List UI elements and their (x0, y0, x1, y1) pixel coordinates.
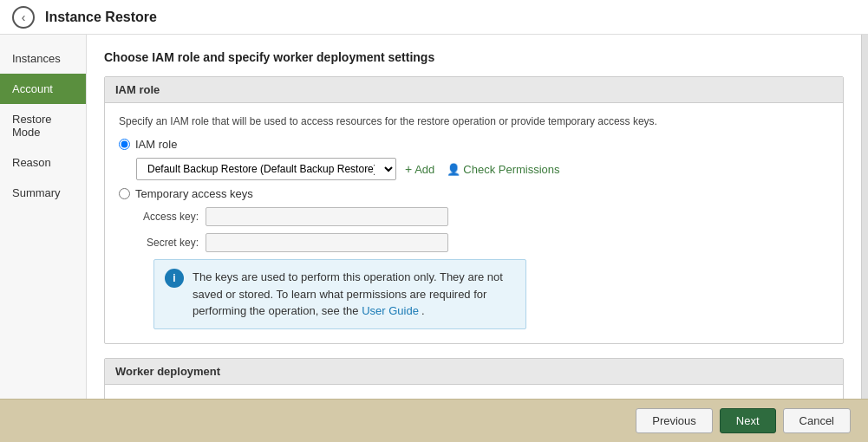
iam-dropdown-row: Default Backup Restore (Default Backup R… (136, 158, 829, 180)
secret-key-row: Secret key: (136, 233, 829, 252)
worker-section-header: Worker deployment (105, 359, 843, 385)
iam-section-header: IAM role (105, 77, 843, 103)
content-area: Choose IAM role and specify worker deplo… (87, 35, 861, 399)
check-permissions-button[interactable]: 👤 Check Permissions (447, 163, 559, 176)
sidebar-item-reason[interactable]: Reason (0, 147, 86, 178)
secret-key-input[interactable] (206, 233, 448, 252)
page-heading: Choose IAM role and specify worker deplo… (104, 50, 844, 64)
page-title: Instance Restore (45, 10, 157, 25)
header: ‹ Instance Restore (0, 0, 868, 35)
iam-role-section: IAM role Specify an IAM role that will b… (104, 76, 844, 344)
iam-role-radio[interactable] (119, 139, 130, 150)
temp-keys-radio-row: Temporary access keys (119, 187, 829, 200)
plus-icon: + (405, 162, 412, 176)
temp-keys-section: Access key: Secret key: i The keys are u… (136, 207, 829, 329)
iam-role-radio-row: IAM role (119, 138, 829, 151)
info-box: i The keys are used to perform this oper… (153, 259, 526, 329)
iam-section-body: Specify an IAM role that will be used to… (105, 103, 843, 343)
footer: Previous Next Cancel (0, 399, 868, 442)
sidebar-item-restore-mode[interactable]: Restore Mode (0, 104, 86, 147)
cancel-button[interactable]: Cancel (783, 408, 851, 433)
access-key-label: Access key: (136, 211, 206, 223)
sidebar-item-instances[interactable]: Instances (0, 43, 86, 74)
iam-description: Specify an IAM role that will be used to… (119, 114, 829, 129)
sidebar-item-summary[interactable]: Summary (0, 178, 86, 208)
access-key-row: Access key: (136, 207, 829, 226)
iam-role-radio-label: IAM role (135, 138, 177, 151)
access-key-input[interactable] (206, 207, 448, 226)
back-button[interactable]: ‹ (12, 6, 35, 29)
sidebar-item-account[interactable]: Account (0, 74, 86, 104)
temp-keys-radio-label: Temporary access keys (135, 187, 253, 200)
sidebar: Instances Account Restore Mode Reason Su… (0, 35, 87, 399)
secret-key-label: Secret key: (136, 237, 206, 249)
previous-button[interactable]: Previous (636, 408, 713, 433)
scrollbar[interactable] (861, 35, 868, 399)
next-button[interactable]: Next (720, 408, 776, 433)
info-icon: i (165, 269, 184, 288)
worker-description: Choose whether you want to deploy worker… (119, 395, 829, 400)
main-layout: Instances Account Restore Mode Reason Su… (0, 35, 868, 399)
add-iam-role-button[interactable]: + Add (405, 162, 434, 176)
user-guide-link-iam[interactable]: User Guide (362, 304, 419, 317)
info-text: The keys are used to perform this operat… (193, 269, 515, 320)
check-icon: 👤 (447, 163, 460, 176)
temp-keys-radio[interactable] (119, 188, 130, 199)
worker-section-body: Choose whether you want to deploy worker… (105, 385, 843, 400)
worker-deployment-section: Worker deployment Choose whether you wan… (104, 358, 844, 400)
iam-role-dropdown[interactable]: Default Backup Restore (Default Backup R… (136, 158, 396, 180)
